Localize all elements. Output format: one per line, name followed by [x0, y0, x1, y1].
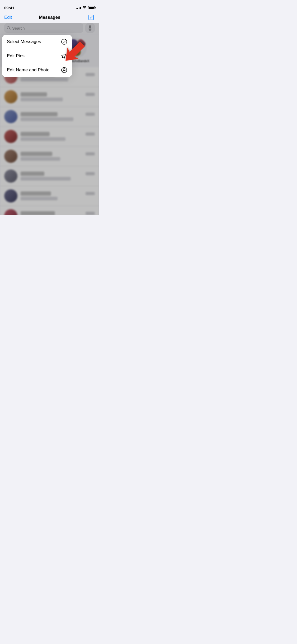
person-circle-icon — [61, 67, 67, 73]
select-messages-label: Select Messages — [7, 39, 41, 44]
dropdown-menu: Select Messages Edit Pins Edit Name and … — [2, 35, 72, 77]
checkmark-circle-icon — [61, 39, 67, 45]
svg-point-6 — [62, 39, 67, 44]
nav-bar: Edit Messages — [0, 12, 99, 23]
status-time: 09:41 — [4, 6, 14, 10]
battery-icon — [88, 6, 95, 9]
page-title: Messages — [39, 15, 60, 20]
dropdown-item-select-messages[interactable]: Select Messages — [2, 35, 72, 49]
signal-icon — [76, 6, 81, 9]
compose-icon — [88, 14, 94, 21]
status-bar: 09:41 — [0, 0, 99, 12]
edit-name-photo-label: Edit Name and Photo — [7, 67, 50, 73]
compose-button[interactable] — [87, 14, 95, 21]
main-content: Search Marcelina Michael Xx — [0, 23, 99, 215]
dropdown-item-edit-name-photo[interactable]: Edit Name and Photo — [2, 63, 72, 77]
edit-pins-label: Edit Pins — [7, 53, 25, 59]
dropdown-item-edit-pins[interactable]: Edit Pins — [2, 49, 72, 63]
edit-button[interactable]: Edit — [4, 15, 12, 20]
status-icons — [76, 6, 95, 9]
wifi-icon — [82, 6, 87, 9]
svg-point-8 — [63, 68, 65, 70]
pin-icon — [61, 53, 67, 59]
